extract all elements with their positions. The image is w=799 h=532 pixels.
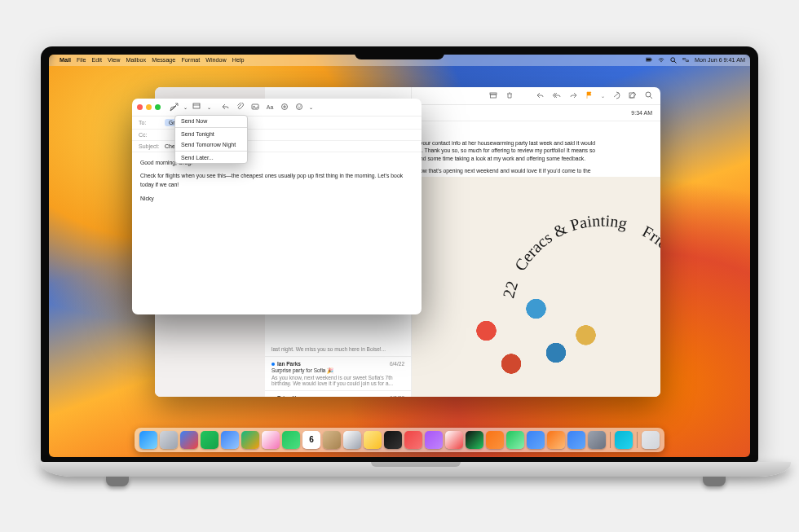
dock-finder[interactable] xyxy=(139,431,157,449)
menu-format[interactable]: Format xyxy=(181,56,200,64)
attach-icon[interactable] xyxy=(236,102,245,112)
dock-pages[interactable] xyxy=(547,431,565,449)
subject-label: Subject: xyxy=(139,143,161,149)
compose-toolbar: ⌄ ⌄ Aa ⌄ xyxy=(132,99,422,117)
send-dropdown-chevron-icon[interactable]: ⌄ xyxy=(183,104,188,110)
to-label: To: xyxy=(139,120,161,125)
dock-settings[interactable] xyxy=(588,431,606,449)
dock-messages[interactable] xyxy=(201,431,219,449)
svg-point-7 xyxy=(683,59,684,59)
control-center-icon[interactable] xyxy=(682,57,689,64)
dock-books[interactable] xyxy=(486,431,504,449)
dock-appstore[interactable] xyxy=(567,431,585,449)
dock: 6 xyxy=(135,428,664,452)
menu-app-name[interactable]: Mail xyxy=(60,56,71,64)
svg-point-23 xyxy=(300,106,301,107)
menu-datetime[interactable]: Mon Jun 6 9:41 AM xyxy=(695,56,745,64)
svg-point-22 xyxy=(298,106,298,107)
link-icon[interactable] xyxy=(250,102,260,112)
emoji-icon[interactable] xyxy=(294,102,304,112)
list-item[interactable]: Ian Parks6/4/22 Surprise party for Sofia… xyxy=(265,357,411,391)
menu-view[interactable]: View xyxy=(108,56,120,64)
battery-icon[interactable] xyxy=(646,57,652,64)
compose-window: ⌄ ⌄ Aa ⌄ To: Greg Scheer Cc xyxy=(132,99,422,314)
menu-edit[interactable]: Edit xyxy=(92,56,102,64)
menu-file[interactable]: File xyxy=(77,56,86,64)
menu-message[interactable]: Message xyxy=(152,56,175,64)
dock-news[interactable] xyxy=(445,431,463,449)
dock-keynote[interactable] xyxy=(527,431,545,449)
wifi-icon[interactable] xyxy=(658,57,664,64)
menu-help[interactable]: Help xyxy=(232,56,245,64)
svg-line-5 xyxy=(674,61,677,64)
dock-maps[interactable] xyxy=(241,431,259,449)
minimize-button[interactable] xyxy=(146,104,152,110)
svg-point-9 xyxy=(688,60,689,61)
dock-reminders[interactable] xyxy=(343,431,361,449)
menu-mailbox[interactable]: Mailbox xyxy=(126,56,146,64)
svg-point-21 xyxy=(297,104,302,110)
svg-rect-16 xyxy=(193,103,200,108)
dock-mail[interactable] xyxy=(221,431,239,449)
dock-stocks[interactable] xyxy=(466,431,483,449)
dock-separator xyxy=(610,432,611,448)
emoji-chevron-icon[interactable]: ⌄ xyxy=(309,104,313,110)
dock-contacts[interactable] xyxy=(323,431,341,449)
header-chevron-icon[interactable]: ⌄ xyxy=(207,104,211,110)
unread-dot-icon xyxy=(271,363,275,366)
svg-point-3 xyxy=(660,60,661,61)
dock-podcasts[interactable] xyxy=(425,431,443,449)
dock-safari[interactable] xyxy=(180,431,198,449)
format-icon[interactable]: Aa xyxy=(265,102,275,112)
dock-trash[interactable] xyxy=(642,431,660,449)
header-fields-icon[interactable] xyxy=(192,102,202,112)
menu-window[interactable]: Window xyxy=(205,56,227,64)
spotlight-icon[interactable] xyxy=(670,57,677,64)
svg-rect-2 xyxy=(651,59,652,60)
dock-tv[interactable] xyxy=(384,431,402,449)
list-item[interactable]: last night. We miss you so much here in … xyxy=(265,341,411,357)
close-button[interactable] xyxy=(137,104,143,110)
dock-launchpad[interactable] xyxy=(160,431,178,449)
send-icon[interactable] xyxy=(169,102,179,112)
menu-send-tonight[interactable]: Send Tonight xyxy=(175,129,247,139)
svg-point-4 xyxy=(671,57,675,61)
menu-send-tomorrow[interactable]: Send Tomorrow Night xyxy=(175,139,247,150)
dock-notes[interactable] xyxy=(364,431,382,449)
list-item[interactable]: Brian Heung6/3/22 Book cover? Hi Nick, s… xyxy=(265,391,411,397)
menu-send-now[interactable]: Send Now xyxy=(175,116,247,126)
dock-facetime[interactable] xyxy=(282,431,300,449)
dock-photos[interactable] xyxy=(262,431,280,449)
send-later-menu: Send Now Send Tonight Send Tomorrow Nigh… xyxy=(174,115,248,164)
attachment-image[interactable]: 22 Ceracs & Painting Friday, June xyxy=(412,177,660,397)
dock-preview[interactable] xyxy=(615,431,633,449)
markup-icon[interactable] xyxy=(280,102,289,112)
reply-format-icon[interactable] xyxy=(221,102,231,112)
zoom-button[interactable] xyxy=(155,104,161,110)
dock-numbers[interactable] xyxy=(506,431,524,449)
dock-calendar[interactable]: 6 xyxy=(302,431,320,449)
desktop: Mail File Edit View Mailbox Message Form… xyxy=(49,55,750,457)
dock-music[interactable] xyxy=(404,431,422,449)
message-time: 9:34 AM xyxy=(631,110,652,116)
mail-content-pane: 9:34 AM your contact info at her housewa… xyxy=(412,87,660,397)
cc-label: Cc: xyxy=(139,132,161,138)
dock-separator xyxy=(637,432,638,448)
svg-rect-1 xyxy=(647,59,651,61)
svg-text:22   Ceracs & Painting    Frid: 22 Ceracs & Painting Friday, June xyxy=(497,152,660,300)
menu-send-later[interactable]: Send Later... xyxy=(175,152,247,163)
